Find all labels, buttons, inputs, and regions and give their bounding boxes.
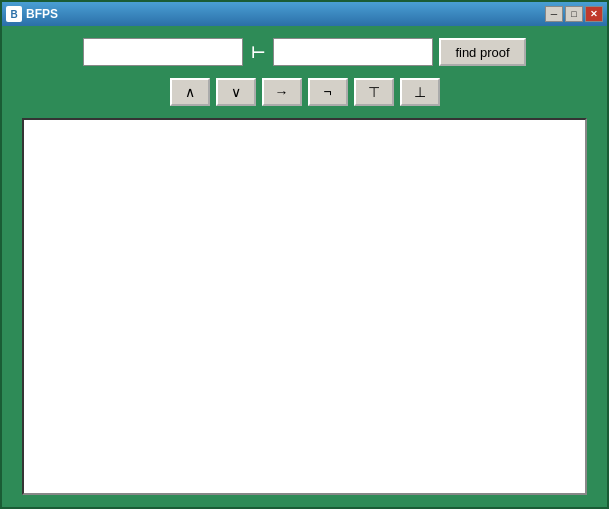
symbol-button-bottom[interactable]: ⊥ <box>400 78 440 106</box>
find-proof-button[interactable]: find proof <box>439 38 525 66</box>
proof-area[interactable] <box>22 118 587 495</box>
top-row: ⊢ find proof <box>18 38 591 66</box>
minimize-button[interactable]: ─ <box>545 6 563 22</box>
main-window: B BFPS ─ □ ✕ ⊢ find proof ∧∨→¬⊤⊥ <box>0 0 609 509</box>
symbol-row: ∧∨→¬⊤⊥ <box>18 78 591 106</box>
symbol-button-and[interactable]: ∧ <box>170 78 210 106</box>
close-button[interactable]: ✕ <box>585 6 603 22</box>
symbol-button-implies[interactable]: → <box>262 78 302 106</box>
symbol-button-top[interactable]: ⊤ <box>354 78 394 106</box>
turnstile-symbol: ⊢ <box>249 43 267 62</box>
title-buttons: ─ □ ✕ <box>545 6 603 22</box>
window-title: BFPS <box>26 7 58 21</box>
maximize-button[interactable]: □ <box>565 6 583 22</box>
title-bar-left: B BFPS <box>6 6 58 22</box>
symbol-button-or[interactable]: ∨ <box>216 78 256 106</box>
window-icon: B <box>6 6 22 22</box>
window-content: ⊢ find proof ∧∨→¬⊤⊥ <box>2 26 607 507</box>
left-formula-input[interactable] <box>83 38 243 66</box>
right-formula-input[interactable] <box>273 38 433 66</box>
symbol-button-not[interactable]: ¬ <box>308 78 348 106</box>
title-bar: B BFPS ─ □ ✕ <box>2 2 607 26</box>
